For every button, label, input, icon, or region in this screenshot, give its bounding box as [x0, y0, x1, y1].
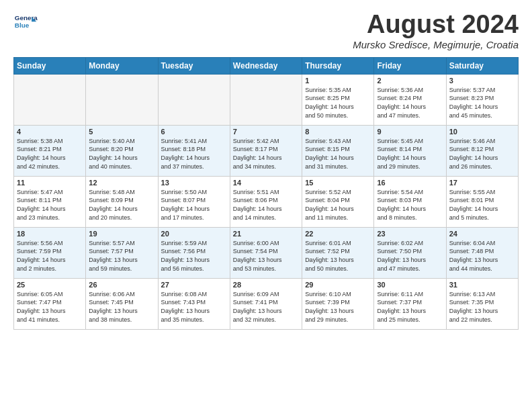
day-info: Sunrise: 5:35 AM Sunset: 8:25 PM Dayligh…	[305, 86, 371, 120]
calendar-cell: 26Sunrise: 6:06 AM Sunset: 7:45 PM Dayli…	[86, 278, 158, 329]
calendar-row: 25Sunrise: 6:05 AM Sunset: 7:47 PM Dayli…	[14, 278, 519, 329]
day-info: Sunrise: 5:42 AM Sunset: 8:17 PM Dayligh…	[233, 137, 299, 171]
day-number: 31	[449, 281, 515, 289]
day-number: 7	[233, 128, 299, 136]
title-block: August 2024 Mursko Sredisce, Megimurje, …	[353, 11, 519, 50]
calendar-cell: 9Sunrise: 5:45 AM Sunset: 8:14 PM Daylig…	[374, 125, 446, 176]
day-info: Sunrise: 5:59 AM Sunset: 7:56 PM Dayligh…	[161, 239, 227, 273]
day-number: 10	[449, 128, 515, 136]
calendar-cell: 17Sunrise: 5:55 AM Sunset: 8:01 PM Dayli…	[446, 176, 518, 227]
day-info: Sunrise: 5:54 AM Sunset: 8:03 PM Dayligh…	[377, 188, 443, 222]
calendar-cell: 29Sunrise: 6:10 AM Sunset: 7:39 PM Dayli…	[302, 278, 374, 329]
month-title: August 2024	[353, 11, 519, 39]
day-info: Sunrise: 5:38 AM Sunset: 8:21 PM Dayligh…	[17, 137, 83, 171]
calendar-row: 1Sunrise: 5:35 AM Sunset: 8:25 PM Daylig…	[14, 74, 519, 125]
calendar-cell: 24Sunrise: 6:04 AM Sunset: 7:48 PM Dayli…	[446, 227, 518, 278]
calendar-cell: 10Sunrise: 5:46 AM Sunset: 8:12 PM Dayli…	[446, 125, 518, 176]
calendar-cell	[158, 74, 230, 125]
day-number: 28	[233, 281, 299, 289]
day-info: Sunrise: 6:13 AM Sunset: 7:35 PM Dayligh…	[449, 290, 515, 324]
day-number: 27	[161, 281, 227, 289]
day-info: Sunrise: 5:47 AM Sunset: 8:11 PM Dayligh…	[17, 188, 83, 222]
calendar-cell: 3Sunrise: 5:37 AM Sunset: 8:23 PM Daylig…	[446, 74, 518, 125]
calendar-cell: 23Sunrise: 6:02 AM Sunset: 7:50 PM Dayli…	[374, 227, 446, 278]
calendar-cell: 28Sunrise: 6:09 AM Sunset: 7:41 PM Dayli…	[230, 278, 302, 329]
calendar-table: SundayMondayTuesdayWednesdayThursdayFrid…	[13, 57, 519, 330]
calendar-cell: 8Sunrise: 5:43 AM Sunset: 8:15 PM Daylig…	[302, 125, 374, 176]
logo: General Blue	[13, 11, 38, 35]
day-number: 2	[377, 77, 443, 85]
day-info: Sunrise: 5:57 AM Sunset: 7:57 PM Dayligh…	[89, 239, 154, 273]
day-number: 8	[305, 128, 371, 136]
day-info: Sunrise: 6:00 AM Sunset: 7:54 PM Dayligh…	[233, 239, 299, 273]
day-info: Sunrise: 5:51 AM Sunset: 8:06 PM Dayligh…	[233, 188, 299, 222]
calendar-cell: 11Sunrise: 5:47 AM Sunset: 8:11 PM Dayli…	[14, 176, 86, 227]
calendar-row: 11Sunrise: 5:47 AM Sunset: 8:11 PM Dayli…	[14, 176, 519, 227]
calendar-cell: 27Sunrise: 6:08 AM Sunset: 7:43 PM Dayli…	[158, 278, 230, 329]
day-info: Sunrise: 5:36 AM Sunset: 8:24 PM Dayligh…	[377, 86, 443, 120]
weekday-header: Monday	[86, 57, 158, 74]
day-number: 26	[89, 281, 154, 289]
day-info: Sunrise: 6:09 AM Sunset: 7:41 PM Dayligh…	[233, 290, 299, 324]
calendar-cell: 25Sunrise: 6:05 AM Sunset: 7:47 PM Dayli…	[14, 278, 86, 329]
calendar-cell	[14, 74, 86, 125]
calendar-row: 18Sunrise: 5:56 AM Sunset: 7:59 PM Dayli…	[14, 227, 519, 278]
calendar-cell: 30Sunrise: 6:11 AM Sunset: 7:37 PM Dayli…	[374, 278, 446, 329]
day-info: Sunrise: 6:04 AM Sunset: 7:48 PM Dayligh…	[449, 239, 515, 273]
weekday-header: Tuesday	[158, 57, 230, 74]
day-info: Sunrise: 5:46 AM Sunset: 8:12 PM Dayligh…	[449, 137, 515, 171]
day-info: Sunrise: 6:01 AM Sunset: 7:52 PM Dayligh…	[305, 239, 371, 273]
calendar-cell: 6Sunrise: 5:41 AM Sunset: 8:18 PM Daylig…	[158, 125, 230, 176]
day-number: 9	[377, 128, 443, 136]
calendar-cell: 19Sunrise: 5:57 AM Sunset: 7:57 PM Dayli…	[86, 227, 158, 278]
calendar-row: 4Sunrise: 5:38 AM Sunset: 8:21 PM Daylig…	[14, 125, 519, 176]
day-number: 14	[233, 179, 299, 187]
day-info: Sunrise: 5:43 AM Sunset: 8:15 PM Dayligh…	[305, 137, 371, 171]
day-number: 4	[17, 128, 83, 136]
day-number: 12	[89, 179, 154, 187]
day-number: 16	[377, 179, 443, 187]
header: General Blue August 2024 Mursko Sredisce…	[13, 11, 519, 50]
day-number: 22	[305, 230, 371, 238]
calendar-cell: 4Sunrise: 5:38 AM Sunset: 8:21 PM Daylig…	[14, 125, 86, 176]
day-number: 20	[161, 230, 227, 238]
calendar-cell: 15Sunrise: 5:52 AM Sunset: 8:04 PM Dayli…	[302, 176, 374, 227]
day-info: Sunrise: 6:08 AM Sunset: 7:43 PM Dayligh…	[161, 290, 227, 324]
weekday-header: Friday	[374, 57, 446, 74]
calendar-cell	[230, 74, 302, 125]
calendar-cell: 31Sunrise: 6:13 AM Sunset: 7:35 PM Dayli…	[446, 278, 518, 329]
calendar-cell	[86, 74, 158, 125]
day-number: 21	[233, 230, 299, 238]
calendar-cell: 12Sunrise: 5:48 AM Sunset: 8:09 PM Dayli…	[86, 176, 158, 227]
calendar-cell: 13Sunrise: 5:50 AM Sunset: 8:07 PM Dayli…	[158, 176, 230, 227]
day-number: 5	[89, 128, 154, 136]
calendar-cell: 16Sunrise: 5:54 AM Sunset: 8:03 PM Dayli…	[374, 176, 446, 227]
day-info: Sunrise: 5:37 AM Sunset: 8:23 PM Dayligh…	[449, 86, 515, 120]
day-info: Sunrise: 6:02 AM Sunset: 7:50 PM Dayligh…	[377, 239, 443, 273]
calendar-cell: 7Sunrise: 5:42 AM Sunset: 8:17 PM Daylig…	[230, 125, 302, 176]
day-info: Sunrise: 5:52 AM Sunset: 8:04 PM Dayligh…	[305, 188, 371, 222]
location: Mursko Sredisce, Megimurje, Croatia	[353, 39, 519, 50]
day-number: 24	[449, 230, 515, 238]
weekday-header: Saturday	[446, 57, 518, 74]
weekday-header: Sunday	[14, 57, 86, 74]
day-number: 29	[305, 281, 371, 289]
calendar-cell: 5Sunrise: 5:40 AM Sunset: 8:20 PM Daylig…	[86, 125, 158, 176]
day-number: 25	[17, 281, 83, 289]
day-number: 6	[161, 128, 227, 136]
day-info: Sunrise: 6:05 AM Sunset: 7:47 PM Dayligh…	[17, 290, 83, 324]
calendar-cell: 20Sunrise: 5:59 AM Sunset: 7:56 PM Dayli…	[158, 227, 230, 278]
day-info: Sunrise: 6:06 AM Sunset: 7:45 PM Dayligh…	[89, 290, 154, 324]
weekday-header: Thursday	[302, 57, 374, 74]
logo-icon: General Blue	[13, 11, 38, 35]
page: General Blue August 2024 Mursko Sredisce…	[0, 0, 532, 336]
calendar-cell: 18Sunrise: 5:56 AM Sunset: 7:59 PM Dayli…	[14, 227, 86, 278]
day-info: Sunrise: 6:10 AM Sunset: 7:39 PM Dayligh…	[305, 290, 371, 324]
weekday-header: Wednesday	[230, 57, 302, 74]
header-row: SundayMondayTuesdayWednesdayThursdayFrid…	[14, 57, 519, 74]
day-info: Sunrise: 5:45 AM Sunset: 8:14 PM Dayligh…	[377, 137, 443, 171]
day-info: Sunrise: 5:50 AM Sunset: 8:07 PM Dayligh…	[161, 188, 227, 222]
day-number: 1	[305, 77, 371, 85]
day-number: 13	[161, 179, 227, 187]
day-number: 19	[89, 230, 154, 238]
